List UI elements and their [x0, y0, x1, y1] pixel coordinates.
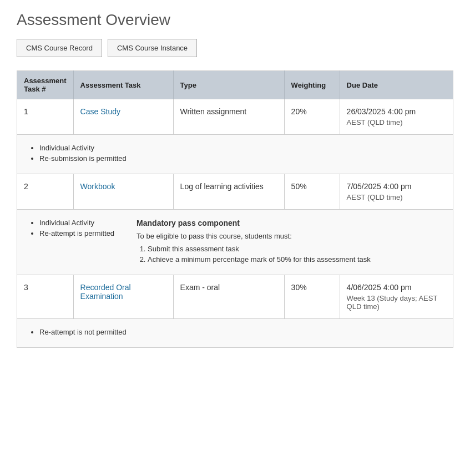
- task-weighting-cell: 20%: [284, 99, 340, 135]
- task-due-date-cell: 4/06/2025 4:00 pmWeek 13 (Study days; AE…: [340, 275, 453, 319]
- task-type-cell: Exam - oral: [173, 275, 284, 319]
- table-row: 3Recorded Oral ExaminationExam - oral30%…: [17, 275, 453, 319]
- cms-course-record-button[interactable]: CMS Course Record: [17, 39, 102, 57]
- task-num-cell: 3: [17, 275, 74, 319]
- detail-left: Individual ActivityRe-submission is perm…: [28, 144, 127, 165]
- detail-cell: Individual ActivityRe-submission is perm…: [17, 135, 453, 174]
- due-date-line1: 7/05/2025 4:00 pm: [347, 182, 446, 191]
- header-task-num: Assessment Task #: [17, 71, 74, 99]
- task-name-link[interactable]: Recorded Oral Examination: [80, 283, 131, 301]
- task-type-cell: Log of learning activities: [173, 174, 284, 210]
- mandatory-list-item: Achieve a minimum percentage mark of 50%…: [148, 255, 442, 264]
- detail-list-item: Re-attempt is not permitted: [39, 328, 127, 336]
- header-due-date: Due Date: [340, 71, 453, 99]
- mandatory-pass-section: Mandatory pass componentTo be eligible t…: [137, 219, 442, 266]
- task-name-link[interactable]: Workbook: [80, 182, 115, 191]
- cms-course-instance-button[interactable]: CMS Course Instance: [108, 39, 197, 57]
- task-due-date-cell: 26/03/2025 4:00 pmAEST (QLD time): [340, 99, 453, 135]
- task-type-cell: Written assignment: [173, 99, 284, 135]
- task-weighting-cell: 30%: [284, 275, 340, 319]
- task-num-cell: 1: [17, 99, 74, 135]
- due-date-line1: 4/06/2025 4:00 pm: [347, 283, 446, 292]
- task-name-cell: Case Study: [73, 99, 173, 135]
- due-date-line2: AEST (QLD time): [347, 193, 446, 201]
- detail-left: Re-attempt is not permitted: [28, 328, 127, 338]
- task-name-link[interactable]: Case Study: [80, 107, 120, 116]
- mandatory-intro: To be eligible to pass this course, stud…: [137, 232, 442, 240]
- table-row: 1Case StudyWritten assignment20%26/03/20…: [17, 99, 453, 135]
- table-row: 2WorkbookLog of learning activities50%7/…: [17, 174, 453, 210]
- detail-row: Individual ActivityRe-attempt is permitt…: [17, 210, 453, 275]
- detail-list-item: Individual Activity: [39, 144, 127, 152]
- detail-cell: Re-attempt is not permitted: [17, 319, 453, 348]
- header-weighting: Weighting: [284, 71, 340, 99]
- button-group: CMS Course Record CMS Course Instance: [17, 39, 453, 57]
- due-date-line2: Week 13 (Study days; AEST QLD time): [347, 294, 446, 311]
- due-date-line1: 26/03/2025 4:00 pm: [347, 107, 446, 116]
- detail-list-item: Re-attempt is permitted: [39, 229, 114, 237]
- header-task-name: Assessment Task: [73, 71, 173, 99]
- detail-row: Individual ActivityRe-submission is perm…: [17, 135, 453, 174]
- table-header-row: Assessment Task # Assessment Task Type W…: [17, 71, 453, 99]
- detail-cell: Individual ActivityRe-attempt is permitt…: [17, 210, 453, 275]
- mandatory-list-item: Submit this assessment task: [148, 245, 442, 253]
- detail-list-item: Re-submission is permitted: [39, 154, 127, 163]
- mandatory-title: Mandatory pass component: [137, 219, 442, 227]
- due-date-line2: AEST (QLD time): [347, 118, 446, 126]
- header-type: Type: [173, 71, 284, 99]
- task-weighting-cell: 50%: [284, 174, 340, 210]
- detail-left: Individual ActivityRe-attempt is permitt…: [28, 219, 114, 266]
- detail-row: Re-attempt is not permitted: [17, 319, 453, 348]
- task-num-cell: 2: [17, 174, 74, 210]
- task-name-cell: Recorded Oral Examination: [73, 275, 173, 319]
- detail-list-item: Individual Activity: [39, 219, 114, 227]
- task-name-cell: Workbook: [73, 174, 173, 210]
- task-due-date-cell: 7/05/2025 4:00 pmAEST (QLD time): [340, 174, 453, 210]
- page-title: Assessment Overview: [17, 11, 453, 29]
- assessment-table: Assessment Task # Assessment Task Type W…: [17, 70, 453, 348]
